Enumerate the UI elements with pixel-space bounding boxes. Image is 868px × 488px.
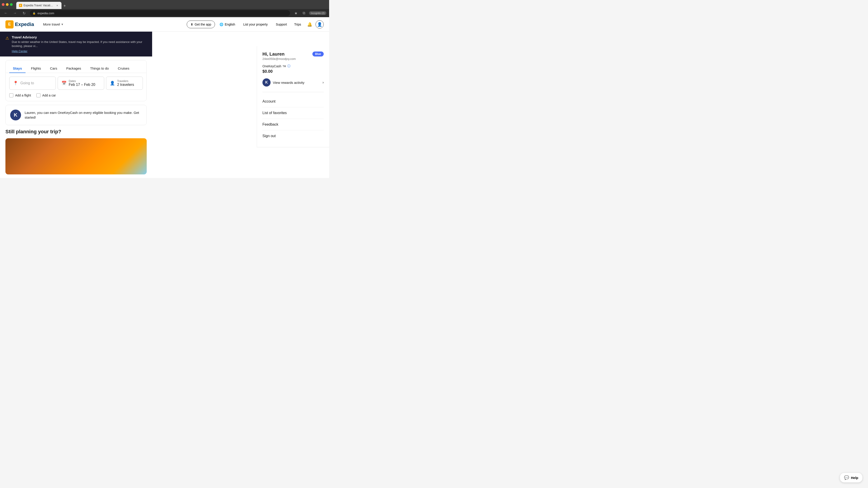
address-text: expedia.com (37, 11, 287, 15)
travelers-content: Travelers 2 travelers (117, 79, 134, 87)
search-container: Stays Flights Cars Packages Things to do (5, 60, 147, 101)
account-greeting: Hi, Lauren (262, 52, 296, 57)
add-car-checkbox-box[interactable] (36, 93, 40, 97)
tab-flights[interactable]: Flights (27, 64, 44, 73)
add-flight-label: Add a flight (15, 94, 31, 97)
trips-btn[interactable]: Trips (291, 21, 304, 28)
travelers-field[interactable]: 👤 Travelers 2 travelers (106, 76, 143, 90)
browser-tabs: E Expedia Travel: Vacation Hom... ✕ + (16, 0, 327, 9)
download-icon: ⬇ (191, 23, 193, 26)
language-label: English (225, 23, 235, 26)
onekey-avatar: K (10, 109, 21, 121)
dates-value: Feb 17 – Feb 20 (69, 83, 95, 87)
left-content: ⚠ Travel Advisory Due to winter weather … (0, 32, 224, 178)
active-tab[interactable]: E Expedia Travel: Vacation Hom... ✕ (16, 2, 61, 9)
account-icon: 👤 (317, 22, 322, 27)
trips-label: Trips (294, 23, 301, 26)
tab-cruises[interactable]: Cruises (114, 64, 133, 73)
main-content: ⚠ Travel Advisory Due to winter weather … (0, 32, 329, 178)
search-inputs: 📍 Going to 📅 Dates Feb 17 – Feb 20 � (6, 73, 147, 93)
account-header: Hi, Lauren 24ee050e@moodjoy.com Blue (262, 52, 324, 61)
add-flight-checkbox-box[interactable] (9, 93, 13, 97)
advisory-text: Due to winter weather in the United Stat… (12, 40, 147, 48)
dates-field[interactable]: 📅 Dates Feb 17 – Feb 20 (58, 76, 104, 90)
advisory-title: Travel Advisory (12, 35, 147, 39)
feedback-menu-item[interactable]: Feedback (262, 119, 324, 130)
still-planning-title: Still planning your trip? (5, 129, 147, 135)
tab-packages[interactable]: Packages (63, 64, 85, 73)
search-checkboxes: Add a flight Add a car (6, 93, 147, 101)
help-center-link[interactable]: Help Center (12, 50, 27, 53)
traffic-lights (2, 3, 13, 6)
more-travel-label: More travel (43, 22, 60, 26)
dates-content: Dates Feb 17 – Feb 20 (69, 79, 95, 87)
new-tab-btn[interactable]: + (61, 3, 68, 9)
expedia-logo-icon: E (5, 20, 13, 29)
get-app-label: Get the app (195, 23, 211, 26)
membership-badge: Blue (312, 52, 324, 57)
add-car-label: Add a car (42, 94, 56, 97)
onekeycash-banner: K Lauren, you can earn OneKeyCash on eve… (5, 105, 147, 125)
tab-favicon: E (19, 4, 22, 7)
chevron-right-icon: › (322, 80, 324, 85)
travelers-value: 2 travelers (117, 83, 134, 87)
close-window-btn[interactable] (2, 3, 4, 6)
notifications-btn[interactable]: 🔔 (306, 20, 314, 29)
support-label: Support (276, 23, 287, 26)
globe-icon: 🌐 (219, 23, 223, 26)
planning-card-image (5, 138, 147, 174)
address-bar-actions: ★ ⧉ Incognito (2) (293, 10, 327, 16)
more-travel-btn[interactable]: More travel ▼ (40, 21, 66, 28)
forward-btn[interactable]: → (12, 10, 18, 16)
maximize-window-btn[interactable] (10, 3, 13, 6)
tab-close-btn[interactable]: ✕ (56, 4, 59, 7)
onekey-circle-icon: K (262, 78, 271, 87)
add-car-checkbox[interactable]: Add a car (36, 93, 56, 97)
info-icon[interactable]: ⓘ (287, 64, 290, 68)
list-property-btn[interactable]: List your property (240, 21, 271, 28)
tab-cars[interactable]: Cars (46, 64, 61, 73)
incognito-badge[interactable]: Incognito (2) (309, 11, 327, 15)
star-btn[interactable]: ★ (293, 10, 299, 16)
account-dropdown: Hi, Lauren 24ee050e@moodjoy.com Blue One… (257, 46, 329, 147)
add-flight-checkbox[interactable]: Add a flight (9, 93, 31, 97)
account-email: 24ee050e@moodjoy.com (262, 57, 296, 61)
extensions-btn[interactable]: ⧉ (301, 10, 307, 16)
warning-icon: ⚠ (5, 36, 9, 41)
account-btn[interactable]: 👤 (315, 20, 324, 29)
list-of-favorites-menu-item[interactable]: List of favorites (262, 107, 324, 119)
advisory-content: Travel Advisory Due to winter weather in… (12, 35, 147, 53)
going-to-value: Going to (20, 81, 34, 85)
logo-area[interactable]: E Expedia (5, 20, 34, 29)
going-to-field[interactable]: 📍 Going to (9, 76, 56, 90)
going-to-content: Going to (20, 81, 34, 85)
tab-stays[interactable]: Stays (9, 64, 26, 73)
account-menu-item[interactable]: Account (262, 96, 324, 107)
sign-out-menu-item[interactable]: Sign out (262, 130, 324, 142)
planning-card[interactable] (5, 138, 147, 174)
location-icon: 📍 (13, 80, 18, 86)
rewards-label: OneKeyCash TM ⓘ (262, 64, 324, 68)
address-input[interactable]: 🔒 expedia.com (30, 10, 290, 16)
search-tabs: Stays Flights Cars Packages Things to do (6, 60, 147, 73)
tab-things-to-do[interactable]: Things to do (87, 64, 113, 73)
calendar-icon: 📅 (61, 80, 66, 86)
back-btn[interactable]: ← (3, 10, 9, 16)
still-planning-section: Still planning your trip? (5, 129, 147, 174)
travelers-label: Travelers (117, 79, 134, 83)
travel-advisory: ⚠ Travel Advisory Due to winter weather … (0, 32, 152, 57)
minimize-window-btn[interactable] (6, 3, 8, 6)
browser-chrome: E Expedia Travel: Vacation Hom... ✕ + (0, 0, 329, 9)
view-rewards-row[interactable]: K View rewards activity › (262, 76, 324, 88)
support-btn[interactable]: Support (273, 21, 289, 28)
list-property-label: List your property (243, 23, 268, 26)
get-app-btn[interactable]: ⬇ Get the app (187, 21, 215, 28)
person-icon: 👤 (110, 80, 115, 86)
account-user-info: Hi, Lauren 24ee050e@moodjoy.com (262, 52, 296, 61)
language-btn[interactable]: 🌐 English (217, 21, 238, 28)
view-rewards-left: K View rewards activity (262, 78, 305, 87)
expedia-logo-text: Expedia (15, 22, 34, 27)
refresh-btn[interactable]: ↻ (21, 10, 27, 16)
rewards-amount: $0.00 (262, 69, 324, 74)
onekey-banner-text: Lauren, you can earn OneKeyCash on every… (25, 110, 142, 120)
